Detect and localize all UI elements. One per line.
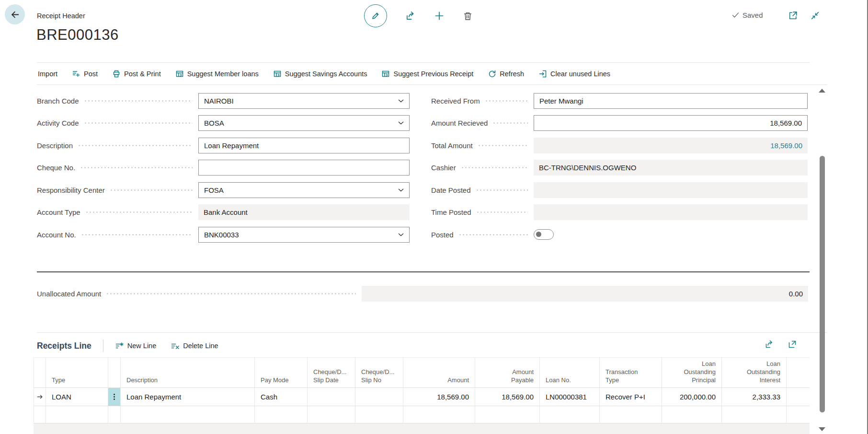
action-suggest-previous-receipt[interactable]: Suggest Previous Receipt xyxy=(381,70,473,78)
empty-cell xyxy=(540,406,600,423)
posted-toggle[interactable] xyxy=(534,229,554,240)
add-icon xyxy=(434,11,445,21)
account-no-input[interactable] xyxy=(204,231,394,239)
cell-cheque-slip-date[interactable] xyxy=(308,388,355,406)
amount-recieved-field[interactable] xyxy=(534,115,808,131)
cell-amount[interactable]: 18,569.00 xyxy=(403,388,475,406)
cell-transaction-type[interactable]: Recover P+I xyxy=(600,388,662,406)
cell-loan-oustanding-principal[interactable]: 200,000.00 xyxy=(662,388,722,406)
cell-loan-no[interactable]: LN00000381 xyxy=(540,388,600,406)
cell-amount-payable[interactable]: 18,569.00 xyxy=(475,388,540,406)
dotted-leader xyxy=(478,145,528,146)
header-loan-outstanding-interest[interactable]: Loan Outstanding Interest xyxy=(722,358,787,387)
refresh-icon xyxy=(488,70,496,78)
chevron-down-icon[interactable] xyxy=(398,99,404,103)
scrollbar-up-arrow[interactable] xyxy=(819,89,825,93)
cell-pay-mode[interactable]: Cash xyxy=(255,388,308,406)
chevron-down-icon[interactable] xyxy=(398,121,404,125)
current-row-arrow-icon xyxy=(36,393,44,400)
horizontal-scrollbar-track[interactable] xyxy=(34,423,810,434)
scrollbar-thumb[interactable] xyxy=(820,156,825,412)
header-pay-mode[interactable]: Pay Mode xyxy=(255,358,308,387)
action-post-and-print[interactable]: Post & Print xyxy=(112,70,161,78)
header-amount-payable[interactable]: Amount Payable xyxy=(475,358,540,387)
empty-cell xyxy=(121,406,255,423)
share-lines-button[interactable] xyxy=(765,340,774,349)
field-label-cheque-no: Cheque No. xyxy=(37,164,75,172)
edit-button[interactable] xyxy=(364,4,387,27)
cheque-no-field[interactable] xyxy=(198,160,410,176)
account-no-dropdown[interactable] xyxy=(198,227,410,243)
new-line-button[interactable]: New Line xyxy=(115,341,156,351)
action-label: Refresh xyxy=(500,70,524,78)
header-amount[interactable]: Amount xyxy=(403,358,475,387)
delete-record-button[interactable] xyxy=(463,11,473,21)
branch-code-dropdown[interactable] xyxy=(198,93,410,109)
header-type[interactable]: Type xyxy=(46,358,108,387)
save-status-label: Saved xyxy=(742,11,763,19)
field-label-activity-code: Activity Code xyxy=(37,119,79,127)
received-from-field[interactable] xyxy=(534,93,808,109)
field-label-amount-recieved: Amount Recieved xyxy=(431,119,488,127)
field-label-posted: Posted xyxy=(431,231,454,239)
action-label: Suggest Member loans xyxy=(187,70,259,78)
cell-type[interactable]: LOAN xyxy=(46,388,108,406)
row-selector[interactable] xyxy=(34,388,46,406)
amount-recieved-input[interactable] xyxy=(539,119,802,127)
expand-lines-button[interactable] xyxy=(788,340,797,349)
field-label-unallocated-amount: Unallocated Amount xyxy=(37,290,101,298)
time-posted-field xyxy=(534,204,808,220)
action-refresh[interactable]: Refresh xyxy=(488,70,524,78)
received-from-input[interactable] xyxy=(539,97,802,105)
open-in-new-window-button[interactable] xyxy=(788,11,798,21)
back-button[interactable] xyxy=(5,4,25,24)
description-field[interactable] xyxy=(198,138,410,153)
activity-code-input[interactable] xyxy=(204,119,394,127)
collapse-page-button[interactable] xyxy=(810,11,820,21)
empty-cell xyxy=(108,406,121,423)
row-options-button[interactable] xyxy=(108,388,121,406)
header-loan-no[interactable]: Loan No. xyxy=(540,358,600,387)
cheque-no-input[interactable] xyxy=(204,164,404,172)
dotted-leader xyxy=(80,167,193,168)
scrollbar-down-arrow[interactable] xyxy=(819,427,825,431)
branch-code-input[interactable] xyxy=(204,97,394,105)
form-right-column: Received From Amount Recieved Total Amou… xyxy=(431,90,808,246)
field-label-total-amount: Total Amount xyxy=(431,141,473,150)
empty-cell xyxy=(662,406,722,423)
cell-loan-outstanding-interest[interactable]: 2,333.33 xyxy=(722,388,787,406)
responsibility-center-input[interactable] xyxy=(204,186,394,194)
action-label: New Line xyxy=(127,342,156,350)
chevron-down-icon[interactable] xyxy=(398,233,404,236)
action-suggest-member-loans[interactable]: Suggest Member loans xyxy=(175,70,259,78)
new-record-button[interactable] xyxy=(434,11,445,21)
activity-code-dropdown[interactable] xyxy=(198,115,410,131)
share-button[interactable] xyxy=(405,11,416,21)
description-input[interactable] xyxy=(204,141,404,150)
dotted-leader xyxy=(84,100,193,102)
field-label-responsibility-center: Responsibility Center xyxy=(37,186,105,194)
header-description[interactable]: Description xyxy=(121,358,255,387)
receipts-line-tools xyxy=(765,340,797,349)
cell-description[interactable]: Loan Repayment xyxy=(121,388,255,406)
dotted-leader xyxy=(476,211,528,213)
action-suggest-savings-accounts[interactable]: Suggest Savings Accounts xyxy=(273,70,367,78)
header-loan-oustanding-principal[interactable]: Loan Oustanding Principal xyxy=(662,358,722,387)
header-cheque-slip-no[interactable]: Cheque/D... Slip No xyxy=(355,358,403,387)
cell-cheque-slip-no[interactable] xyxy=(355,388,403,406)
account-type-value: Bank Account xyxy=(204,208,404,216)
chevron-down-icon[interactable] xyxy=(398,188,404,192)
section-divider xyxy=(37,271,810,272)
delete-line-button[interactable]: Delete Line xyxy=(171,341,218,351)
action-import[interactable]: Import xyxy=(38,70,57,78)
action-clear-unused-lines[interactable]: Clear unused Lines xyxy=(538,70,610,78)
cashier-field: BC-TRNG\DENNIS.OGWENO xyxy=(534,160,808,176)
action-post[interactable]: Post xyxy=(72,70,98,78)
responsibility-center-dropdown[interactable] xyxy=(198,182,410,198)
header-transaction-type[interactable]: Transaction Type xyxy=(600,358,662,387)
receipts-line-actions: New Line Delete Line xyxy=(115,341,218,351)
collapse-icon xyxy=(810,11,820,21)
record-toolbar xyxy=(364,4,473,28)
header-cheque-slip-date[interactable]: Cheque/D... Slip Date xyxy=(308,358,355,387)
unallocated-amount-field: 0.00 xyxy=(362,286,808,302)
